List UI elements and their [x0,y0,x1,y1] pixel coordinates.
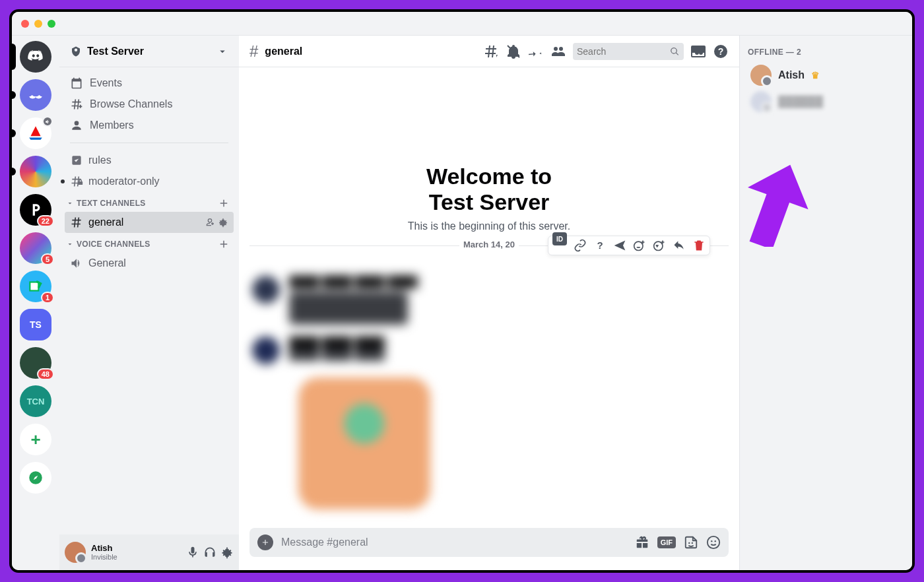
owner-crown-icon: ♛ [811,70,820,81]
message-input[interactable] [281,536,627,548]
svg-point-10 [692,542,693,544]
threads-icon[interactable] [483,44,499,59]
rail-server-8[interactable]: 48 [20,347,51,379]
discord-logo-icon [27,48,44,65]
annotation-arrow [736,161,808,249]
super-reaction-icon[interactable] [653,239,666,252]
gif-button[interactable]: GIF [657,536,676,548]
hash-icon [70,216,83,229]
server-header[interactable]: Test Server [59,36,239,67]
rules-icon [70,154,83,167]
headphones-icon[interactable] [203,546,216,559]
help-icon[interactable]: ? [713,44,729,59]
channel-rules[interactable]: rules [65,150,234,171]
self-avatar[interactable] [65,542,86,563]
message-avatar [252,337,280,364]
add-reaction-icon[interactable] [633,239,646,252]
rail-add-server[interactable]: + [20,424,51,455]
sidebar-divider [70,143,228,143]
app-window: 22 5 1 TS 48 TCN + Test [9,9,915,573]
rail-explore[interactable] [20,462,51,494]
channel-label: General [88,257,126,269]
user-panel: Atish Invisible [59,534,239,570]
channel-general[interactable]: general [65,212,234,233]
mark-unread-icon[interactable]: ? [593,239,607,252]
reaction-icon[interactable] [613,239,626,252]
category-label: TEXT CHANNELS [77,199,146,208]
members-panel: OFFLINE — 2 Atish ♛ ██████ [739,36,912,570]
message-attachment [289,292,408,325]
category-label: VOICE CHANNELS [77,240,150,249]
channel-label: general [88,216,123,228]
plus-icon[interactable] [218,238,230,250]
rail-server-ts[interactable]: TS [20,309,51,340]
copy-id-button[interactable]: ID [552,232,567,245]
rail-server-5[interactable]: 5 [20,232,51,264]
blurred-message-1: ████ ████ ████ ████ ████ ████ ████ ████ … [239,259,739,515]
search-input[interactable] [577,46,670,57]
plus-icon[interactable] [218,197,230,209]
sidebar-events[interactable]: Events [65,73,234,94]
search-box[interactable] [573,43,684,60]
svg-point-8 [654,242,663,250]
svg-text:?: ? [718,46,724,57]
rail-server-2[interactable] [20,117,51,149]
sidebar-item-label: Members [90,119,134,131]
member-hidden[interactable]: ██████ [748,88,904,115]
copy-link-icon[interactable] [574,239,587,252]
window-titlebar [12,12,912,36]
attach-button[interactable] [257,534,273,550]
rail-server-6[interactable]: 1 [20,271,51,302]
rail-server-4[interactable]: 22 [20,194,51,226]
invite-people-icon[interactable] [205,217,215,228]
member-avatar [750,65,772,86]
self-name: Atish [91,544,117,553]
date-divider: March 14, 20 ID ? [249,245,729,256]
rail-home[interactable] [20,41,51,73]
member-avatar [750,91,772,112]
hash-icon: # [249,42,258,61]
members-toggle-icon[interactable] [550,44,566,59]
delete-icon[interactable] [692,239,706,252]
channel-label: rules [88,154,112,166]
server-boost-icon [70,46,82,57]
notifications-muted-icon[interactable] [506,44,521,59]
gear-icon[interactable] [220,546,234,559]
pinned-icon[interactable] [528,44,544,59]
mic-icon[interactable] [186,546,199,559]
voice-channel-general[interactable]: General [65,253,234,274]
category-text-channels[interactable]: TEXT CHANNELS [65,192,234,212]
svg-point-13 [715,540,716,542]
inbox-icon[interactable] [690,44,706,59]
sticker-icon[interactable] [684,535,698,550]
message-sticker [298,377,430,509]
date-label: March 14, 20 [459,240,519,249]
sidebar-item-label: Browse Channels [90,98,172,110]
gift-icon[interactable] [635,535,649,550]
rail-label: TS [30,319,42,330]
compass-icon [27,469,44,486]
window-maximize-dot[interactable] [48,20,55,28]
hash-lock-icon [70,175,83,188]
self-info[interactable]: Atish Invisible [91,544,117,561]
reply-icon[interactable] [673,239,686,252]
chat-header: # general ? [239,36,739,67]
window-close-dot[interactable] [21,20,29,28]
svg-point-7 [634,242,643,250]
gear-icon[interactable] [218,217,228,228]
svg-text:?: ? [597,240,603,251]
sidebar-members[interactable]: Members [65,115,234,136]
member-atish[interactable]: Atish ♛ [748,62,904,88]
channel-moderator-only[interactable]: moderator-only [65,171,234,192]
checkbox-arrow-icon [27,278,44,295]
svg-point-9 [688,542,690,544]
rail-badge: 5 [41,253,54,265]
speaker-icon [70,257,83,270]
sidebar-browse-channels[interactable]: Browse Channels [65,94,234,115]
rail-server-tcn[interactable]: TCN [20,385,51,417]
emoji-icon[interactable] [706,535,721,550]
rail-server-3[interactable] [20,156,51,187]
window-minimize-dot[interactable] [34,20,42,28]
rail-server-1[interactable] [20,79,51,111]
category-voice-channels[interactable]: VOICE CHANNELS [65,233,234,253]
